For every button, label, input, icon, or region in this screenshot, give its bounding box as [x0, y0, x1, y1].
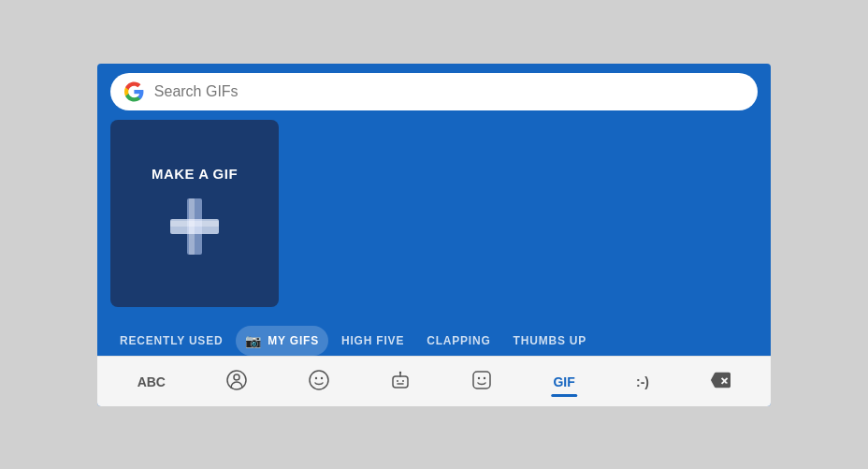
search-bar — [110, 73, 758, 110]
sticker-icon — [226, 370, 247, 395]
emoticon-label: :-) — [636, 374, 649, 389]
gif-label: GIF — [553, 374, 574, 389]
emoji-icon — [309, 370, 329, 395]
toolbar-backspace-button[interactable] — [702, 366, 738, 399]
search-input[interactable] — [154, 83, 745, 100]
plus-icon-wrapper — [166, 193, 223, 260]
toolbar-emoji-button[interactable] — [301, 366, 337, 399]
make-gif-card[interactable]: MAKE A GIF — [110, 120, 279, 307]
google-logo-icon — [123, 81, 145, 103]
tab-recently-used[interactable]: RECENTLY USED — [110, 327, 232, 355]
bottom-toolbar: ABC — [97, 356, 771, 406]
svg-rect-3 — [170, 221, 219, 227]
make-gif-label: MAKE A GIF — [152, 166, 238, 182]
tab-thumbs-up[interactable]: THUMBS UP — [504, 327, 597, 355]
svg-rect-9 — [393, 376, 408, 388]
category-tabs: RECENTLY USED 📷 MY GIFS HIGH FIVE CLAPPI… — [97, 326, 771, 356]
svg-point-7 — [314, 376, 316, 378]
toolbar-gif-button[interactable]: GIF — [545, 371, 582, 393]
toolbar-abc-button[interactable]: ABC — [130, 371, 173, 393]
tab-high-five[interactable]: HIGH FIVE — [332, 327, 413, 355]
gif-grid: MAKE A GIF — [97, 120, 771, 326]
backspace-icon — [710, 370, 731, 395]
tab-clapping[interactable]: CLAPPING — [417, 327, 499, 355]
camera-icon: 📷 — [245, 333, 262, 348]
svg-point-6 — [310, 371, 328, 389]
face-icon — [471, 370, 492, 395]
toolbar-bot-button[interactable] — [383, 366, 418, 399]
toolbar-emoticon-button[interactable]: :-) — [629, 371, 657, 393]
abc-label: ABC — [137, 374, 166, 389]
svg-point-5 — [234, 374, 239, 380]
plus-icon — [166, 193, 223, 260]
toolbar-sticker-button[interactable] — [219, 366, 254, 399]
svg-point-8 — [320, 376, 322, 378]
keyboard-panel: MAKE A GIF RECENTLY USED 📷 MY GIF — [97, 64, 771, 406]
svg-rect-11 — [402, 380, 404, 382]
svg-point-14 — [478, 376, 480, 378]
bot-icon — [390, 370, 411, 395]
svg-rect-10 — [397, 380, 398, 382]
svg-point-12 — [399, 371, 401, 373]
tab-my-gifs[interactable]: 📷 MY GIFS — [236, 326, 328, 356]
toolbar-face-button[interactable] — [464, 366, 499, 399]
svg-rect-13 — [473, 372, 490, 388]
svg-point-15 — [484, 376, 485, 378]
